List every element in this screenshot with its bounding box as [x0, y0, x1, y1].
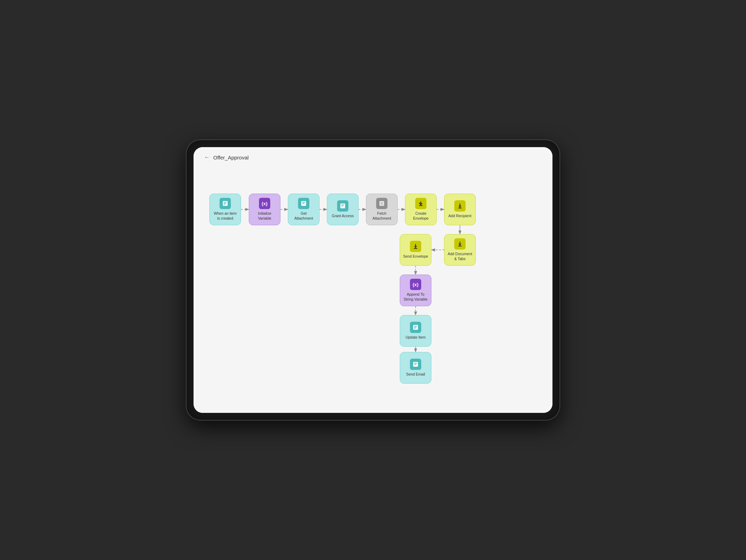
svg-rect-24: [414, 328, 416, 329]
node-initialize-variable[interactable]: {x} Initialize Variable: [249, 194, 280, 225]
svg-rect-2: [224, 202, 227, 203]
grant-access-label: Grant Access: [332, 214, 354, 219]
node-send-envelope[interactable]: Send Envelope: [400, 234, 431, 266]
node-create-envelope[interactable]: Create Envelope: [405, 194, 437, 225]
add-recipient-label: Add Recipient: [448, 214, 471, 219]
add-document-tabs-icon: [454, 238, 466, 250]
node-append-string[interactable]: {x} Append To String Variable: [400, 275, 431, 306]
flow-canvas: When an item is created {x} Initialize V…: [204, 172, 542, 413]
create-envelope-label: Create Envelope: [408, 211, 434, 221]
node-add-recipient[interactable]: Add Recipient: [444, 194, 476, 225]
node-send-email[interactable]: Send Email: [400, 352, 431, 384]
node-grant-access[interactable]: Grant Access: [327, 194, 359, 225]
fetch-attachment-label: Fetch Attachment: [369, 211, 394, 221]
svg-rect-27: [414, 364, 416, 365]
svg-rect-9: [341, 205, 344, 205]
page-title: Offer_Approval: [213, 155, 249, 161]
send-envelope-icon: [410, 241, 421, 252]
append-string-icon: {x}: [410, 279, 421, 290]
device-frame: ← Offer_Approval: [186, 140, 560, 420]
create-envelope-icon: [415, 198, 426, 209]
update-item-icon: [410, 322, 421, 333]
when-created-icon: [220, 198, 231, 209]
svg-rect-6: [302, 202, 305, 203]
grant-access-icon: [337, 200, 348, 212]
svg-rect-10: [341, 206, 343, 206]
svg-rect-22: [414, 326, 417, 327]
device-screen: ← Offer_Approval: [194, 147, 552, 413]
svg-rect-3: [224, 203, 226, 204]
node-when-created[interactable]: When an item is created: [209, 194, 241, 225]
get-attachment-label: Get Attachment: [291, 211, 316, 221]
add-recipient-icon: [454, 200, 466, 212]
svg-rect-23: [414, 327, 416, 328]
svg-rect-26: [414, 363, 417, 364]
send-envelope-label: Send Envelope: [403, 254, 428, 259]
send-email-icon: [410, 359, 421, 370]
send-email-label: Send Email: [406, 372, 425, 377]
update-item-label: Update Item: [405, 335, 425, 340]
node-add-document-tabs[interactable]: Add Document & Tabs: [444, 234, 476, 266]
get-attachment-icon: [298, 198, 309, 209]
header: ← Offer_Approval: [204, 154, 542, 164]
app-container: ← Offer_Approval: [194, 147, 552, 413]
initialize-variable-icon: {x}: [259, 198, 270, 209]
svg-rect-7: [302, 203, 304, 204]
add-document-tabs-label: Add Document & Tabs: [447, 252, 473, 261]
fetch-attachment-icon: [376, 198, 387, 209]
initialize-variable-label: Initialize Variable: [252, 211, 277, 221]
node-fetch-attachment[interactable]: Fetch Attachment: [366, 194, 398, 225]
node-get-attachment[interactable]: Get Attachment: [288, 194, 320, 225]
append-string-label: Append To String Variable: [403, 292, 428, 302]
node-update-item[interactable]: Update Item: [400, 315, 431, 347]
svg-rect-4: [224, 204, 225, 205]
back-button[interactable]: ←: [204, 154, 210, 161]
when-created-label: When an item is created: [213, 211, 238, 221]
